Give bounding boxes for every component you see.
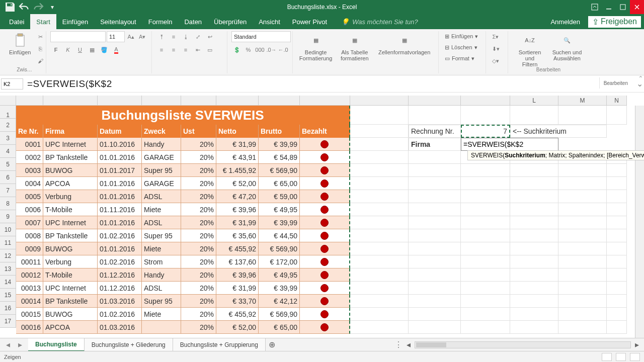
table-cell[interactable]: BUWOG — [43, 242, 98, 255]
hscroll-split-icon[interactable]: ⋮ — [394, 340, 403, 349]
table-cell[interactable]: 20% — [181, 255, 216, 268]
column-header-H[interactable] — [300, 96, 350, 106]
table-cell[interactable]: ADSL — [142, 282, 181, 295]
table-cell[interactable]: 20% — [181, 138, 216, 151]
formula-bar[interactable]: =SVERWEIS($K$2 — [24, 77, 635, 91]
table-cell[interactable]: € 52,00 — [216, 177, 259, 190]
hscroll-right-icon[interactable]: ▸ — [633, 341, 641, 349]
table-cell[interactable]: 01.01.2017 — [98, 164, 142, 177]
table-cell[interactable] — [300, 255, 350, 268]
table-cell[interactable]: 00014 — [16, 295, 43, 308]
table-cell[interactable] — [300, 177, 350, 190]
table-cell[interactable]: Miete — [142, 308, 181, 321]
orientation-icon[interactable]: ⤢ — [192, 31, 203, 42]
table-cell[interactable]: 01.01.2016 — [98, 151, 142, 164]
table-cell[interactable] — [300, 242, 350, 255]
bold-icon[interactable]: F — [50, 44, 61, 55]
table-cell[interactable]: 20% — [181, 164, 216, 177]
maximize-icon[interactable] — [616, 0, 630, 14]
comma-icon[interactable]: 000 — [255, 44, 265, 55]
cell-styles-button[interactable]: ▦ Zellenformatvorlagen — [374, 31, 434, 73]
decrease-indent-icon[interactable]: ⇤ — [192, 44, 203, 55]
table-cell[interactable]: 01.01.2016 — [98, 177, 142, 190]
fill-color-icon[interactable]: 🪣 — [99, 44, 110, 55]
table-cell[interactable]: 20% — [181, 268, 216, 282]
table-cell[interactable]: € 65,00 — [259, 177, 300, 190]
table-cell[interactable]: € 47,20 — [216, 190, 259, 203]
table-cell[interactable]: € 569,90 — [259, 164, 300, 177]
rechnung-value-cell[interactable]: 7 — [461, 125, 510, 138]
font-name-select[interactable] — [50, 31, 106, 42]
table-cell[interactable]: T-Mobile — [43, 268, 98, 282]
table-cell[interactable]: 20% — [181, 190, 216, 203]
autosum-icon[interactable]: Σ▾ — [490, 31, 501, 42]
table-cell[interactable]: 01.02.2016 — [98, 229, 142, 242]
table-cell[interactable]: € 31,99 — [216, 282, 259, 295]
table-cell[interactable]: Miete — [142, 242, 181, 255]
row-headers[interactable]: 1234567891011121314151617 — [0, 106, 16, 328]
table-cell[interactable]: € 52,00 — [216, 321, 259, 334]
row-header-7[interactable]: 7 — [0, 184, 16, 197]
column-header-I[interactable] — [350, 96, 409, 106]
underline-icon[interactable]: U — [74, 44, 86, 55]
table-cell[interactable]: 00013 — [16, 282, 43, 295]
cells[interactable]: Buchungsliste SVERWEISRe Nr.FirmaDatumZw… — [16, 106, 635, 338]
table-cell[interactable]: T-Mobile — [43, 203, 98, 216]
table-cell[interactable]: € 33,70 — [216, 295, 259, 308]
table-cell[interactable] — [300, 203, 350, 216]
wrap-text-icon[interactable]: ↩ — [204, 31, 215, 42]
table-cell[interactable]: Handy — [142, 138, 181, 151]
table-cell[interactable]: 01.03.2016 — [98, 321, 142, 334]
table-cell[interactable] — [300, 190, 350, 203]
tab-formulas[interactable]: Formeln — [142, 14, 179, 29]
table-cell[interactable]: 20% — [181, 295, 216, 308]
editing-formula-cell[interactable]: =SVERWEIS($K$2SVERWEIS(Suchkriterium; Ma… — [461, 138, 558, 151]
column-header-F[interactable] — [216, 96, 259, 106]
table-cell[interactable]: € 35,60 — [216, 229, 259, 242]
share-button[interactable]: ⇪ Freigeben — [588, 16, 641, 28]
format-painter-icon[interactable]: 🖌 — [35, 55, 46, 66]
tab-file[interactable]: Datei — [3, 14, 30, 29]
table-cell[interactable]: € 1.455,92 — [216, 164, 259, 177]
table-cell[interactable]: Handy — [142, 268, 181, 282]
view-pagebreak-icon[interactable] — [630, 353, 640, 361]
align-bottom-icon[interactable]: ⭳ — [180, 31, 191, 42]
row-header-17[interactable]: 17 — [0, 315, 16, 328]
table-cell[interactable]: UPC Internet — [43, 138, 98, 151]
column-header-G[interactable] — [259, 96, 300, 106]
table-cell[interactable]: 20% — [181, 242, 216, 255]
table-cell[interactable]: 01.02.2016 — [98, 255, 142, 268]
align-top-icon[interactable]: ⭱ — [156, 31, 167, 42]
percent-icon[interactable]: % — [243, 44, 254, 55]
table-cell[interactable] — [300, 308, 350, 321]
table-cell[interactable]: 0004 — [16, 177, 43, 190]
table-cell[interactable]: € 49,95 — [259, 268, 300, 282]
tab-start[interactable]: Start — [30, 14, 56, 29]
align-center-icon[interactable]: ≡ — [168, 44, 179, 55]
column-header-M[interactable]: M — [558, 96, 607, 106]
row-header-11[interactable]: 11 — [0, 236, 16, 249]
table-cell[interactable]: € 31,99 — [216, 138, 259, 151]
table-cell[interactable]: 0005 — [16, 190, 43, 203]
table-cell[interactable]: BP Tankstelle — [43, 295, 98, 308]
name-box[interactable] — [1, 78, 23, 89]
font-size-select[interactable] — [107, 31, 125, 42]
table-cell[interactable]: 20% — [181, 151, 216, 164]
sheet-nav-next-icon[interactable]: ▸ — [18, 340, 22, 349]
table-cell[interactable] — [300, 268, 350, 282]
qat-dropdown-icon[interactable]: ▾ — [46, 2, 58, 13]
table-cell[interactable]: ADSL — [142, 190, 181, 203]
table-cell[interactable]: € 31,99 — [216, 216, 259, 229]
table-cell[interactable]: € 44,50 — [259, 229, 300, 242]
tab-review[interactable]: Überprüfen — [208, 14, 253, 29]
table-cell[interactable]: € 39,96 — [216, 203, 259, 216]
increase-decimal-icon[interactable]: .0→ — [266, 44, 277, 55]
table-cell[interactable]: 20% — [181, 229, 216, 242]
hscroll-left-icon[interactable]: ◂ — [405, 341, 413, 349]
table-cell[interactable]: APCOA — [43, 321, 98, 334]
table-cell[interactable]: Super 95 — [142, 295, 181, 308]
table-cell[interactable]: BUWOG — [43, 308, 98, 321]
decrease-font-icon[interactable]: A▾ — [137, 31, 148, 42]
table-cell[interactable]: € 137,60 — [216, 255, 259, 268]
table-cell[interactable]: € 569,90 — [259, 308, 300, 321]
